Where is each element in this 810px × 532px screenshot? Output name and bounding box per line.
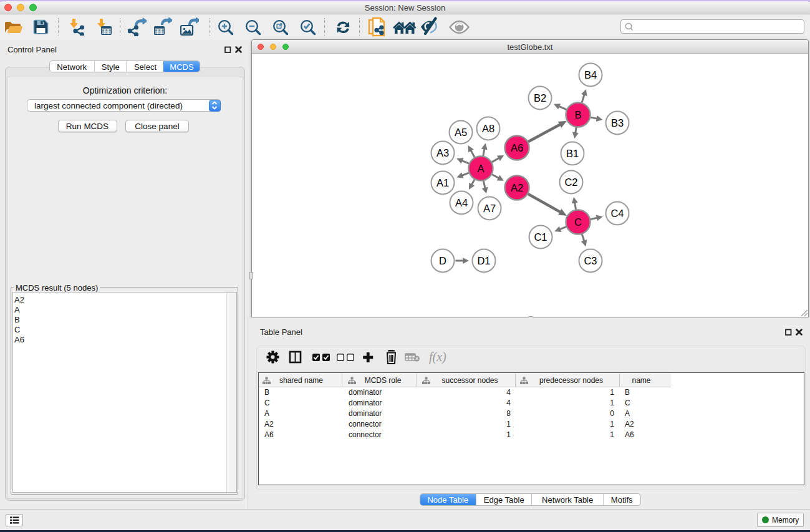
svg-text:B2: B2 [534,92,546,104]
svg-text:A6: A6 [511,142,523,153]
svg-text:A4: A4 [455,197,468,208]
svg-text:A: A [477,163,484,174]
svg-text:C2: C2 [564,177,577,188]
svg-text:C3: C3 [584,255,597,266]
svg-text:C: C [574,216,582,228]
svg-text:D: D [439,255,446,266]
svg-text:A8: A8 [482,123,494,134]
svg-text:D1: D1 [477,255,490,266]
svg-text:A7: A7 [483,203,496,214]
svg-text:B4: B4 [584,69,597,80]
svg-text:B1: B1 [566,148,579,159]
svg-text:B: B [574,109,581,120]
svg-text:A3: A3 [436,147,449,158]
svg-text:C4: C4 [610,208,624,219]
svg-text:A2: A2 [511,182,523,193]
svg-text:B3: B3 [611,117,624,128]
svg-text:A1: A1 [436,177,449,188]
svg-text:C1: C1 [534,231,547,243]
svg-text:A5: A5 [455,127,467,138]
